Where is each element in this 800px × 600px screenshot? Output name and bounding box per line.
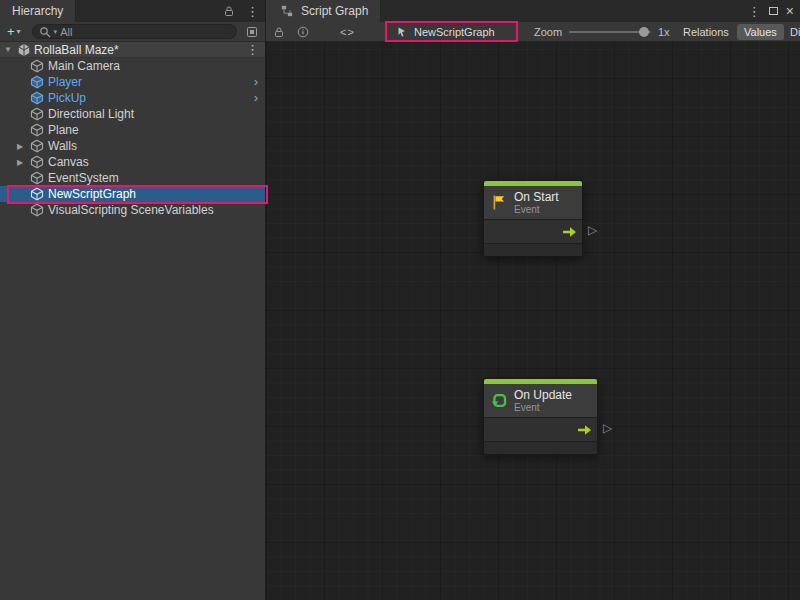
port-connect-arrow-icon[interactable]: ▷	[588, 222, 597, 238]
hierarchy-item-eventsystem[interactable]: EventSystem	[0, 170, 265, 186]
hierarchy-tab-label: Hierarchy	[12, 4, 63, 18]
graph-canvas[interactable]: On Start Event ▷	[266, 42, 800, 600]
fold-closed-icon[interactable]: ▶	[17, 142, 23, 151]
relations-toggle-button[interactable]: Relations	[678, 24, 734, 40]
node-title: On Start	[514, 191, 559, 204]
zoom-slider[interactable]	[569, 31, 651, 33]
hierarchy-item-visualscripting-scenevariables[interactable]: VisualScripting SceneVariables	[0, 202, 265, 218]
hierarchy-panel: + ▾ ▾ All ▼ RollaBall Maze* ⋮	[0, 22, 265, 600]
fold-closed-icon[interactable]: ▶	[17, 158, 23, 167]
lock-icon[interactable]	[270, 23, 288, 41]
graph-name-breadcrumb[interactable]: NewScriptGraph	[391, 22, 501, 42]
add-object-button[interactable]: + ▾	[4, 24, 24, 39]
info-icon[interactable]	[294, 23, 312, 41]
code-view-icon[interactable]: <>	[340, 26, 355, 38]
node-footer	[484, 243, 582, 256]
hierarchy-tree: ▼ RollaBall Maze* ⋮ Main Camera Player ›…	[0, 42, 265, 218]
cube-icon	[30, 123, 44, 137]
prefab-cube-icon	[30, 75, 44, 89]
graph-icon	[278, 2, 296, 20]
flag-icon	[491, 194, 508, 211]
node-title: On Update	[514, 389, 572, 402]
node-on-start[interactable]: On Start Event	[483, 180, 583, 257]
cube-icon	[30, 203, 44, 217]
search-filter-caret-icon[interactable]: ▾	[54, 28, 58, 36]
canvas-icon	[30, 155, 44, 169]
scene-name: RollaBall Maze*	[34, 43, 119, 57]
lock-icon[interactable]	[220, 2, 238, 20]
tab-script-graph[interactable]: Script Graph	[266, 0, 381, 22]
maximize-icon[interactable]	[769, 7, 778, 15]
hierarchy-search-input[interactable]: ▾ All	[32, 24, 237, 39]
cube-icon	[30, 139, 44, 153]
hierarchy-item-plane[interactable]: Plane	[0, 122, 265, 138]
hierarchy-tabstrip: Hierarchy ⋮	[0, 0, 265, 22]
graph-tabstrip: Script Graph ⋮ ×	[265, 0, 800, 22]
close-icon[interactable]: ×	[786, 4, 794, 18]
eventsystem-icon	[30, 171, 44, 185]
prefab-open-arrow-icon[interactable]: ›	[254, 90, 258, 105]
zoom-label: Zoom	[534, 26, 562, 38]
hierarchy-item-pickup[interactable]: PickUp ›	[0, 90, 265, 106]
port-connect-arrow-icon[interactable]: ▷	[603, 420, 612, 436]
prefab-open-arrow-icon[interactable]: ›	[254, 74, 258, 89]
zoom-value: 1x	[658, 26, 670, 38]
node-on-update[interactable]: On Update Event	[483, 378, 598, 455]
node-subtitle: Event	[514, 402, 572, 413]
node-port-row	[484, 417, 597, 441]
scene-menu-icon[interactable]: ⋮	[246, 43, 259, 56]
loop-icon	[491, 392, 508, 409]
hierarchy-item-main-camera[interactable]: Main Camera	[0, 58, 265, 74]
scene-row[interactable]: ▼ RollaBall Maze* ⋮	[0, 42, 265, 58]
node-port-row	[484, 219, 582, 243]
prefab-cube-icon	[30, 91, 44, 105]
script-graph-panel: <> NewScriptGraph Zoom 1x Relations Valu…	[265, 22, 800, 600]
hierarchy-toolbar: + ▾ ▾ All	[0, 22, 265, 42]
node-header: On Start Event	[484, 186, 582, 219]
graph-menu-icon[interactable]: ⋮	[748, 5, 761, 18]
tab-hierarchy[interactable]: Hierarchy	[0, 0, 76, 22]
search-filter-label: All	[60, 26, 72, 38]
graph-toolbar: <> NewScriptGraph Zoom 1x Relations Valu…	[266, 22, 800, 42]
hierarchy-item-walls[interactable]: ▶ Walls	[0, 138, 265, 154]
hierarchy-menu-icon[interactable]: ⋮	[246, 5, 259, 18]
hierarchy-item-player[interactable]: Player ›	[0, 74, 265, 90]
search-icon	[39, 26, 51, 38]
output-flow-port-icon[interactable]	[562, 226, 577, 238]
node-header: On Update Event	[484, 384, 597, 417]
graph-tab-label: Script Graph	[301, 4, 368, 18]
unity-editor-window: Hierarchy ⋮ Script Graph ⋮ × + ▾	[0, 0, 800, 600]
light-icon	[30, 107, 44, 121]
hierarchy-item-directional-light[interactable]: Directional Light	[0, 106, 265, 122]
zoom-slider-handle[interactable]	[639, 27, 649, 37]
script-graph-asset-icon	[397, 26, 409, 38]
fold-open-icon[interactable]: ▼	[4, 45, 14, 54]
node-subtitle: Event	[514, 204, 559, 215]
picker-window-icon[interactable]	[243, 23, 261, 41]
cube-icon	[30, 187, 44, 201]
chevron-down-icon: ▾	[17, 27, 21, 36]
output-flow-port-icon[interactable]	[577, 424, 592, 436]
values-toggle-button[interactable]: Values	[737, 24, 784, 40]
hierarchy-item-canvas[interactable]: ▶ Canvas	[0, 154, 265, 170]
hierarchy-item-newscriptgraph[interactable]: NewScriptGraph	[0, 186, 265, 202]
camera-icon	[30, 59, 44, 73]
unity-scene-icon	[17, 43, 31, 57]
node-footer	[484, 441, 597, 454]
dim-toggle-button[interactable]: Dim	[785, 24, 800, 40]
